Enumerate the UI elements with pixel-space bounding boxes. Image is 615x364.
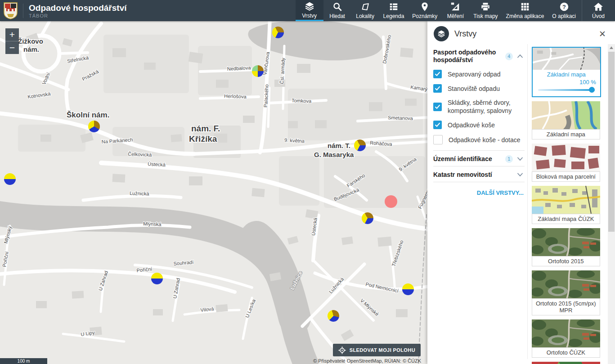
divider	[433, 166, 525, 166]
layer-checkbox[interactable]	[433, 84, 442, 93]
svg-text:?: ?	[562, 4, 566, 10]
layer-group-header[interactable]: Pasport odpadového hospodářství4	[433, 49, 525, 64]
zoom-out-button[interactable]: −	[5, 41, 19, 54]
layer-group-label: Pasport odpadového hospodářství	[433, 49, 503, 64]
layer-group-label: Katastr nemovitostí	[433, 171, 516, 179]
nav-item-layers[interactable]: Vrstvy	[296, 0, 323, 21]
basemap-selector: Základní mapa100 %Základní mapaBloková m…	[527, 44, 615, 359]
nav-item-label: Změna aplikace	[506, 13, 544, 19]
waste-pie-marker[interactable]	[252, 65, 264, 77]
basemap-item[interactable]: Ortofoto 2015 (5cm/px) MPR	[532, 270, 600, 315]
layer-toggle-row[interactable]: Separovaný odpad	[433, 70, 525, 78]
chevron-down-icon	[516, 154, 525, 163]
nav-item-ruler[interactable]: Měření	[441, 0, 469, 21]
basemap-item[interactable]: Ortofoto 2015	[532, 228, 600, 266]
nav-item-label: Lokality	[356, 13, 374, 19]
layer-checkbox[interactable]	[433, 135, 443, 144]
basemap-thumbnail	[532, 144, 600, 171]
top-nav: VrstvyHledatLokalityLegendaPoznámkyMěřen…	[296, 0, 615, 21]
waste-pie-marker[interactable]	[4, 173, 16, 185]
basemap-label: Základní mapa	[532, 129, 600, 139]
layer-checkbox[interactable]	[433, 103, 442, 111]
scroll-up-arrow-icon[interactable]	[608, 44, 615, 51]
waste-pie-marker[interactable]	[151, 273, 163, 284]
basemap-label: Ortofoto ČÚZK	[532, 347, 600, 358]
layers-icon	[304, 1, 315, 11]
zoom-in-button[interactable]: +	[5, 28, 19, 41]
basemap-thumbnail	[532, 101, 600, 129]
nav-item-label: Hledat	[329, 13, 345, 19]
nav-item-grid[interactable]: Změna aplikace	[502, 0, 548, 21]
layer-toggle-row[interactable]: Stanoviště odpadu	[433, 84, 525, 93]
nav-item-label: Úvod	[592, 13, 605, 19]
selected-waste-marker[interactable]	[385, 195, 397, 208]
basemap-item[interactable]: Základní mapa	[532, 101, 600, 139]
layer-groups: Pasport odpadového hospodářství4Separova…	[427, 44, 527, 359]
close-panel-button[interactable]: ✕	[596, 29, 609, 39]
layer-toggle-row[interactable]: Odpadkové koše - dotace	[433, 135, 525, 144]
layer-checkbox[interactable]	[433, 70, 442, 78]
scrollbar-thumb[interactable]	[608, 52, 615, 232]
basemap-thumbnail	[533, 48, 600, 70]
basemap-thumbnail	[532, 362, 600, 364]
brand: Odpadové hospodářství TÁBOR	[0, 0, 126, 21]
basemap-item[interactable]: Základní mapa ČÚZK	[532, 186, 600, 224]
map-view[interactable]: Žižkovonám.Školní nám.nám. F.Křižíkanám.…	[0, 21, 427, 364]
basemap-item[interactable]: Ortofoto ČÚZK	[532, 319, 600, 358]
basemap-scrollbar[interactable]	[608, 44, 615, 364]
printer-icon	[480, 2, 490, 12]
basemap-item[interactable]	[532, 362, 600, 364]
layers-panel: Vrstvy ✕ Pasport odpadového hospodářství…	[427, 21, 615, 364]
layer-checkbox[interactable]	[433, 121, 442, 129]
waste-pie-marker[interactable]	[326, 309, 341, 323]
nav-item-home[interactable]: Úvod	[582, 0, 612, 21]
layer-label: Stanoviště odpadu	[448, 85, 500, 93]
scale-label: 100 m	[18, 359, 30, 364]
nav-item-pin[interactable]: Poznámky	[408, 0, 441, 21]
more-layers-link[interactable]: DALŠÍ VRSTVY...	[433, 189, 525, 196]
layer-group-label: Územní identifikace	[433, 155, 503, 163]
city-coat-of-arms	[4, 2, 18, 19]
pin-icon	[420, 2, 430, 12]
basemap-thumbnail	[532, 319, 600, 347]
layer-group-header[interactable]: Územní identifikace1	[433, 154, 525, 163]
nav-item-label: Poznámky	[412, 13, 437, 19]
waste-pie-marker[interactable]	[359, 210, 376, 226]
layer-label: Skládky, sběrné dvory, kompostárny, spal…	[448, 99, 525, 115]
layers-panel-icon	[434, 26, 449, 41]
layer-group-header[interactable]: Katastr nemovitostí	[433, 170, 525, 179]
chevron-up-icon	[516, 52, 525, 61]
nav-item-legend[interactable]: Legenda	[379, 0, 409, 21]
layer-label: Odpadkové koše - dotace	[449, 136, 521, 144]
nav-item-search[interactable]: Hledat	[323, 0, 351, 21]
layer-label: Odpadkové koše	[448, 121, 495, 129]
top-bar: Odpadové hospodářství TÁBOR VrstvyHledat…	[0, 0, 615, 21]
nav-item-question[interactable]: ?O aplikaci	[548, 0, 580, 21]
panel-header: Vrstvy ✕	[427, 21, 615, 44]
app-window: Žižkovonám.Školní nám.nám. F.Křižíkanám.…	[0, 0, 615, 364]
nav-item-printer[interactable]: Tisk mapy	[469, 0, 502, 21]
waste-pie-marker[interactable]	[402, 283, 414, 295]
grid-icon	[520, 2, 530, 12]
locate-me-button[interactable]: SLEDOVAT MOJI POLOHU	[333, 344, 421, 356]
slider-track[interactable]	[538, 89, 595, 91]
nav-item-polygon[interactable]: Lokality	[351, 0, 379, 21]
home-icon	[593, 2, 603, 12]
layer-count-badge: 4	[505, 53, 513, 60]
waste-pie-marker[interactable]	[88, 121, 100, 132]
nav-item-label: Vrstvy	[302, 13, 317, 19]
basemap-item[interactable]: Bloková mapa parcelní	[532, 144, 600, 182]
basemap-opacity-value: 100 %	[533, 79, 600, 85]
nav-item-label: O aplikaci	[552, 13, 576, 19]
basemap-thumbnail	[532, 270, 600, 298]
layer-count-badge: 1	[505, 155, 513, 163]
slider-thumb[interactable]	[589, 87, 595, 93]
basemap-item-selected[interactable]: Základní mapa100 %	[532, 47, 601, 97]
markers-layer	[0, 21, 427, 364]
layer-toggle-row[interactable]: Skládky, sběrné dvory, kompostárny, spal…	[433, 99, 525, 115]
opacity-slider[interactable]	[538, 86, 595, 93]
brand-divider	[23, 4, 23, 18]
waste-pie-marker[interactable]	[270, 24, 286, 40]
layer-toggle-row[interactable]: Odpadkové koše	[433, 121, 525, 129]
waste-pie-marker[interactable]	[352, 137, 368, 153]
